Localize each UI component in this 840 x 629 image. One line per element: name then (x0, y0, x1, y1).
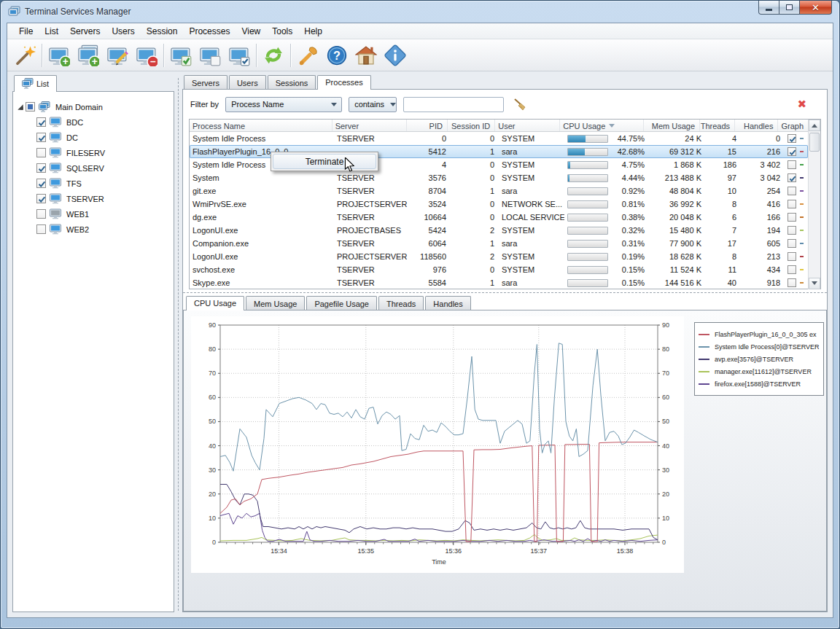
table-row[interactable]: System Idle ProcessTSERVER00SYSTEM44.75%… (190, 132, 808, 145)
graph-checkbox[interactable] (788, 173, 796, 182)
server-blank-button[interactable] (195, 42, 225, 69)
menu-tools[interactable]: Tools (266, 25, 298, 38)
server-remove-button[interactable]: – (132, 42, 161, 69)
graph-checkbox[interactable] (788, 265, 796, 274)
column-header-process-name[interactable]: Process Name (190, 120, 332, 131)
graph-checkbox[interactable] (788, 134, 796, 143)
magic-wand-button[interactable] (10, 42, 39, 69)
wrench-button[interactable] (293, 42, 322, 69)
table-row[interactable]: dg.exeTSERVER106640LOCAL SERVICE0.38%20 … (190, 211, 808, 224)
horizontal-splitter[interactable] (183, 289, 827, 296)
scrollbar-track[interactable] (809, 131, 820, 278)
info-button[interactable] (381, 42, 410, 69)
tree-item-main-domain[interactable]: Main Domain (16, 99, 171, 114)
scroll-down-button[interactable] (809, 278, 820, 289)
column-header-mem-usage[interactable]: Mem Usage (644, 120, 700, 131)
column-header-session-id[interactable]: Session ID (448, 120, 495, 131)
tab-processes[interactable]: Processes (317, 75, 370, 90)
server-checkbox[interactable] (36, 224, 46, 234)
tab-sessions[interactable]: Sessions (268, 75, 316, 89)
vertical-splitter[interactable] (174, 75, 182, 612)
column-header-pid[interactable]: PID (407, 120, 447, 131)
menu-users[interactable]: Users (106, 25, 140, 38)
table-scrollbar[interactable] (808, 120, 820, 289)
server-checkbox-button[interactable] (225, 42, 254, 69)
column-header-handles[interactable]: Handles (735, 120, 778, 131)
clear-filter-button[interactable] (510, 95, 529, 114)
server-checkbox[interactable] (36, 194, 46, 203)
table-row[interactable]: svchost.exeTSERVER9760SYSTEM0.15%11 524 … (190, 263, 808, 276)
table-row[interactable]: LogonUI.exePROJECTBASES54242SYSTEM0.32%1… (190, 224, 808, 237)
tree-item-bdc[interactable]: BDC (16, 114, 171, 130)
menu-processes[interactable]: Processes (183, 25, 236, 38)
column-header-server[interactable]: Server (332, 120, 408, 131)
home-button[interactable] (351, 42, 381, 69)
tree-item-web1[interactable]: WEB1 (16, 206, 171, 222)
tree-item-fileserv[interactable]: FILESERV (16, 145, 171, 160)
server-add-button[interactable]: + (44, 42, 74, 69)
tab-users[interactable]: Users (229, 75, 266, 89)
graph-checkbox[interactable] (788, 187, 796, 195)
graph-checkbox[interactable] (788, 239, 796, 248)
servers-add-button[interactable]: + (74, 42, 103, 69)
help-button[interactable]: ? (322, 42, 351, 69)
filter-operator-select[interactable]: contains (349, 97, 397, 112)
close-button[interactable]: ✕ (799, 1, 832, 15)
column-header-cpu-usage[interactable]: CPU Usage (560, 120, 644, 131)
table-row[interactable]: SystemTSERVER35760SYSTEM4.44%213 488 K97… (190, 171, 808, 184)
maximize-button[interactable] (779, 1, 799, 15)
tree-item-dc[interactable]: DC (16, 130, 171, 145)
minimize-button[interactable] (758, 1, 779, 15)
chart-tab-cpu-usage[interactable]: CPU Usage (186, 296, 244, 310)
menu-servers[interactable]: Servers (64, 25, 106, 38)
filter-field-select[interactable]: Process Name (225, 97, 342, 112)
context-menu-item-terminate[interactable]: Terminate (273, 154, 376, 169)
column-header-user[interactable]: User (495, 120, 560, 131)
graph-checkbox[interactable] (788, 147, 796, 156)
table-row[interactable]: git.exeTSERVER87041sara0.92%48 804 K1025… (190, 184, 808, 198)
server-checkbox[interactable] (36, 133, 46, 142)
scroll-up-button[interactable] (809, 120, 820, 131)
graph-checkbox[interactable] (788, 213, 796, 222)
scrollbar-thumb[interactable] (809, 133, 820, 152)
server-checkbox[interactable] (36, 179, 46, 188)
tab-servers[interactable]: Servers (184, 75, 228, 89)
graph-checkbox[interactable] (788, 252, 796, 261)
chart-tab-handles[interactable]: Handles (425, 296, 470, 310)
menu-list[interactable]: List (39, 25, 64, 38)
chart-tab-mem-usage[interactable]: Mem Usage (246, 296, 305, 310)
server-checkbox[interactable] (36, 148, 46, 157)
column-header-threads[interactable]: Threads (700, 120, 735, 131)
graph-checkbox[interactable] (788, 226, 796, 235)
table-row[interactable]: LogonUI.exePROJECTSERVER1185602SYSTEM0.1… (190, 250, 808, 263)
chart-tab-pagefile-usage[interactable]: Pagefile Usage (306, 296, 377, 310)
chart-tab-threads[interactable]: Threads (378, 296, 424, 310)
tree-item-tfs[interactable]: TFS (16, 176, 171, 191)
menu-file[interactable]: File (13, 25, 39, 38)
server-check-button[interactable] (166, 42, 195, 69)
graph-checkbox[interactable] (788, 160, 796, 169)
tab-list[interactable]: List (14, 75, 57, 92)
menu-help[interactable]: Help (298, 25, 328, 38)
menu-view[interactable]: View (236, 25, 266, 38)
filter-query-input[interactable] (403, 97, 504, 112)
table-row[interactable]: Companion.exeTSERVER60641sara0.31%77 900… (190, 237, 808, 250)
graph-checkbox[interactable] (788, 200, 796, 208)
server-edit-button[interactable] (103, 42, 132, 69)
server-checkbox[interactable] (36, 163, 46, 173)
table-row[interactable]: Skype.exeTSERVER55841sara0.15%144 516 K4… (190, 276, 808, 289)
tree-item-sqlserv[interactable]: SQLSERV (16, 160, 171, 176)
refresh-button[interactable] (259, 42, 288, 69)
table-row[interactable]: WmiPrvSE.exePROJECTSERVER35240NETWORK SE… (190, 198, 808, 211)
column-header-graph[interactable]: Graph (778, 120, 808, 131)
close-filter-icon[interactable]: ✖ (797, 98, 806, 111)
graph-checkbox[interactable] (788, 278, 796, 287)
domain-checkbox[interactable] (26, 102, 35, 112)
tree-item-web2[interactable]: WEB2 (16, 222, 171, 237)
title-bar[interactable]: Terminal Services Manager ✕ (1, 1, 839, 23)
server-checkbox[interactable] (36, 117, 46, 127)
expander-icon[interactable] (18, 104, 23, 109)
server-checkbox[interactable] (36, 209, 46, 219)
menu-session[interactable]: Session (141, 25, 184, 38)
tree-item-tserver[interactable]: TSERVER (16, 191, 171, 206)
